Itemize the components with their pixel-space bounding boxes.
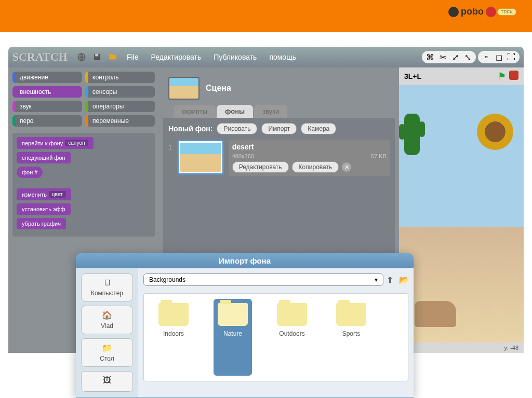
- up-folder-icon[interactable]: ⬆: [387, 275, 396, 284]
- stamp-icon[interactable]: ⌘: [425, 52, 435, 62]
- sprite-name: Сцена: [206, 84, 231, 93]
- save-icon[interactable]: [91, 51, 103, 63]
- sidebar-label: Стол: [100, 355, 114, 362]
- folder-label: Nature: [218, 330, 248, 337]
- block-bg-num[interactable]: фон #: [17, 167, 43, 178]
- bg-name: desert: [232, 143, 387, 151]
- page-banner: pobo TPFK: [0, 0, 532, 32]
- bg-filesize: 57 KB: [371, 153, 387, 159]
- block-clear-effects[interactable]: убрать графич: [17, 218, 66, 229]
- picture-icon: 🖼: [84, 376, 130, 385]
- camera-button[interactable]: Камера: [301, 123, 336, 134]
- menu-share[interactable]: Публиковать: [209, 51, 261, 63]
- category-движение[interactable]: движение: [12, 72, 82, 83]
- tab-sounds[interactable]: звуки: [254, 105, 287, 118]
- stop-icon[interactable]: [509, 71, 518, 80]
- import-dialog: Импорт фона 🖥Компьютер 🏠Vlad 📁Стол 🖼 Bac…: [76, 253, 414, 398]
- block-change-effect[interactable]: изменить цвет: [17, 188, 71, 200]
- category-контроль[interactable]: контроль: [85, 72, 155, 83]
- category-переменные[interactable]: переменные: [85, 115, 155, 127]
- green-flag-icon[interactable]: ⚑: [498, 71, 506, 82]
- block-label: установить эфф: [22, 206, 65, 212]
- new-bg-label: Новый фон:: [168, 125, 212, 133]
- chevron-down-icon: ▾: [375, 276, 378, 283]
- view-large-icon[interactable]: ◻: [494, 52, 504, 62]
- folder-icon: [218, 303, 248, 326]
- folder-sports[interactable]: Sports: [332, 299, 370, 376]
- block-dropdown[interactable]: цвет: [49, 191, 66, 198]
- folder-nature[interactable]: Nature: [214, 299, 252, 376]
- view-tools: ▫ ◻ ⛶: [478, 51, 520, 63]
- sidebar-desktop[interactable]: 📁Стол: [81, 338, 133, 367]
- stage-coords: y: -48: [399, 342, 524, 353]
- stage-canvas[interactable]: [399, 85, 524, 342]
- bg-dimensions: 480x360: [232, 153, 254, 159]
- stage-panel: 3L+L ⚑ y: -48: [399, 67, 524, 353]
- menu-edit[interactable]: Редактировать: [147, 51, 206, 63]
- app-logo: SCRATCH: [12, 50, 68, 64]
- edit-tools: ⌘ ✂ ⤢ ⤡: [422, 51, 476, 63]
- toolbar-right: ⌘ ✂ ⤢ ⤡ ▫ ◻ ⛶: [422, 51, 520, 63]
- menu-file[interactable]: File: [123, 51, 143, 63]
- path-value: Backgrounds: [149, 276, 185, 283]
- folder-label: Sports: [336, 330, 366, 337]
- dialog-main: Backgrounds ▾ ⬆ 📂 IndoorsNatureOutdoorsS…: [138, 268, 414, 397]
- tab-scripts[interactable]: скрипты: [174, 105, 216, 118]
- sprite-header: Сцена: [163, 72, 395, 105]
- lion-sprite: [477, 114, 513, 150]
- tab-backgrounds[interactable]: фоны: [217, 105, 253, 118]
- category-сенсоры[interactable]: сенсоры: [85, 86, 155, 98]
- gear-icon: [448, 7, 459, 17]
- folder-indoors[interactable]: Indoors: [154, 299, 193, 376]
- category-звук[interactable]: звук: [12, 101, 82, 112]
- delete-icon[interactable]: ✕: [342, 162, 351, 172]
- category-перо[interactable]: перо: [12, 115, 82, 127]
- category-внешность[interactable]: внешность: [12, 86, 82, 98]
- folder-icon: [158, 303, 189, 326]
- horse-sprite: [415, 301, 456, 327]
- bg-info: desert 480x360 57 KB Редактировать Копир…: [229, 140, 390, 176]
- sidebar-user[interactable]: 🏠Vlad: [81, 306, 133, 334]
- blocks-area: перейти к фону canyon следующий фон фон …: [12, 133, 155, 237]
- path-row: Backgrounds ▾ ⬆ 📂: [143, 273, 408, 286]
- path-dropdown[interactable]: Backgrounds ▾: [143, 273, 383, 286]
- block-label: изменить: [22, 191, 47, 198]
- menu-help[interactable]: помощь: [265, 51, 300, 63]
- view-small-icon[interactable]: ▫: [481, 52, 491, 62]
- bg-thumbnail[interactable]: [177, 140, 224, 175]
- brand-badge: TPFK: [497, 8, 516, 16]
- block-set-effect[interactable]: установить эфф: [17, 203, 71, 215]
- block-switch-bg[interactable]: перейти к фону canyon: [17, 137, 94, 149]
- shrink-icon[interactable]: ⤡: [462, 52, 473, 62]
- folder-icon: [277, 303, 307, 326]
- block-label: фон #: [22, 169, 37, 175]
- folder-open-icon[interactable]: [107, 51, 118, 63]
- sprite-thumbnail[interactable]: [168, 77, 200, 100]
- grow-icon[interactable]: ⤢: [450, 52, 460, 62]
- scissors-icon[interactable]: ✂: [437, 52, 448, 62]
- folder-grid: IndoorsNatureOutdoorsSports: [143, 293, 408, 381]
- block-dropdown[interactable]: canyon: [65, 140, 88, 146]
- sidebar-extra[interactable]: 🖼: [81, 371, 133, 392]
- folder-outdoors[interactable]: Outdoors: [273, 299, 311, 376]
- sidebar-label: Vlad: [101, 322, 113, 330]
- new-folder-icon[interactable]: 📂: [399, 275, 408, 284]
- category-операторы[interactable]: операторы: [85, 101, 155, 112]
- edit-button[interactable]: Редактировать: [232, 161, 289, 173]
- gear-icon: [486, 7, 496, 17]
- svg-rect-2: [95, 54, 98, 57]
- paint-button[interactable]: Рисовать: [217, 123, 257, 134]
- robo-logo: pobo TPFK: [448, 6, 516, 17]
- copy-button[interactable]: Копировать: [292, 161, 339, 173]
- folder-icon: [336, 303, 366, 326]
- sidebar-computer[interactable]: 🖥Компьютер: [81, 273, 133, 301]
- globe-icon[interactable]: [76, 51, 87, 63]
- bg-index: 1: [168, 140, 172, 151]
- new-bg-row: Новый фон: Рисовать Импорт Камера: [168, 123, 390, 134]
- view-full-icon[interactable]: ⛶: [506, 52, 516, 62]
- stage-header: 3L+L ⚑: [399, 67, 524, 85]
- folder-icon: 📁: [84, 343, 130, 353]
- block-next-bg[interactable]: следующий фон: [17, 152, 71, 163]
- category-grid: движениеконтрольвнешностьсенсорызвукопер…: [12, 72, 155, 127]
- import-button[interactable]: Импорт: [261, 123, 297, 134]
